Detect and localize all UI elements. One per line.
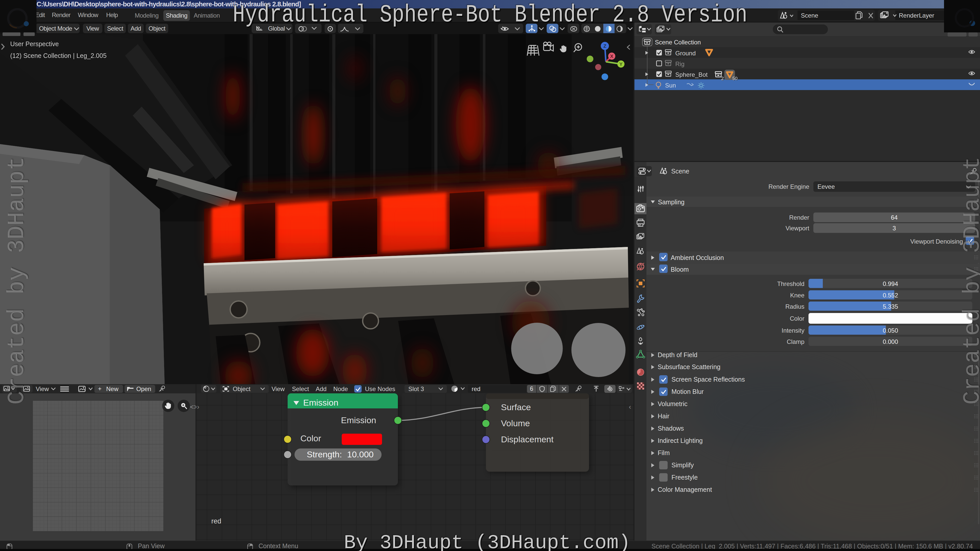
svg-text:X: X	[610, 54, 614, 59]
svg-text:Emission: Emission	[303, 398, 339, 407]
svg-text:red: red	[211, 517, 221, 525]
svg-text:10.000: 10.000	[347, 449, 374, 459]
svg-text:‹: ‹	[629, 403, 631, 411]
svg-text:Z: Z	[603, 43, 606, 49]
svg-text:Strength:: Strength:	[307, 449, 342, 459]
svg-text:›: ›	[197, 403, 199, 411]
svg-text:Color: Color	[301, 433, 321, 443]
svg-text:Y: Y	[619, 62, 623, 67]
svg-text:Volume: Volume	[501, 418, 530, 428]
svg-text:Displacement: Displacement	[501, 434, 554, 444]
svg-text:Emission: Emission	[341, 415, 376, 425]
svg-text:Surface: Surface	[501, 402, 531, 412]
